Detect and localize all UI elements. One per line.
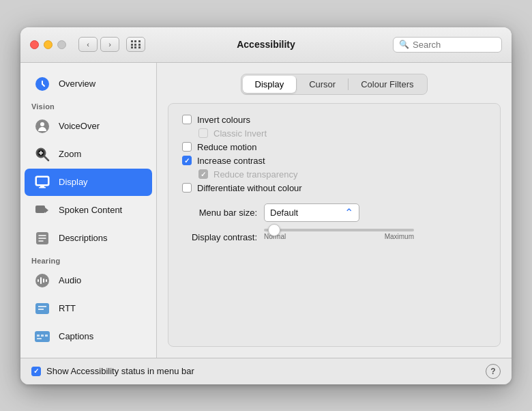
sidebar-section-vision: Vision	[20, 98, 156, 112]
forward-button[interactable]: ›	[100, 37, 119, 52]
checkbox-differentiate[interactable]	[182, 183, 192, 193]
sidebar-item-label-voiceover: VoiceOver	[59, 121, 100, 131]
zoom-icon	[33, 145, 52, 164]
select-arrow-icon: ⌃	[344, 206, 353, 219]
separator-1	[182, 197, 486, 203]
label-classic-invert: Classic Invert	[213, 128, 267, 139]
search-icon: 🔍	[399, 40, 409, 49]
content-area: Display Cursor Colour Filters Invert col…	[157, 63, 512, 358]
sidebar: Overview Vision VoiceOver	[20, 63, 157, 358]
svg-rect-11	[39, 187, 46, 188]
minimize-button[interactable]	[44, 40, 53, 49]
tab-display[interactable]: Display	[243, 76, 297, 93]
slider-max-label: Maximum	[385, 233, 414, 240]
back-arrow-icon: ‹	[87, 40, 89, 48]
slider-thumb[interactable]	[268, 224, 280, 236]
svg-rect-28	[45, 335, 48, 337]
bottom-status-label: Show Accessibility status in menu bar	[46, 366, 194, 376]
forward-arrow-icon: ›	[108, 40, 111, 48]
slider-track[interactable]	[264, 229, 414, 231]
option-row-increase-contrast: ✓ Increase contrast	[182, 156, 486, 166]
svg-rect-21	[46, 279, 47, 282]
rtt-icon	[33, 299, 52, 318]
sidebar-item-captions[interactable]: Captions	[25, 323, 152, 350]
control-row-display-contrast: Display contrast: Normal Maximum	[182, 229, 486, 242]
overview-icon	[33, 74, 52, 94]
svg-rect-19	[43, 279, 44, 283]
voiceover-icon	[33, 117, 52, 136]
sidebar-section-hearing: Hearing	[20, 253, 156, 266]
svg-rect-26	[37, 335, 40, 337]
option-row-differentiate: Differentiate without colour	[182, 183, 486, 193]
audio-icon	[33, 271, 52, 290]
label-reduce-motion: Reduce motion	[197, 142, 256, 152]
checkbox-reduce-motion[interactable]	[182, 142, 192, 152]
sidebar-item-label-rtt: RTT	[59, 303, 76, 313]
checkmark-increase-contrast: ✓	[184, 157, 190, 165]
sidebar-item-label-spoken: Spoken Content	[59, 205, 122, 215]
svg-rect-9	[37, 178, 48, 184]
sidebar-item-spoken-content[interactable]: Spoken Content	[25, 197, 152, 224]
tab-colour-filters[interactable]: Colour Filters	[349, 76, 426, 93]
app-grid-button[interactable]	[126, 37, 145, 52]
sidebar-item-descriptions[interactable]: Descriptions	[25, 225, 152, 252]
label-invert-colours: Invert colours	[197, 115, 250, 125]
back-button[interactable]: ‹	[78, 37, 98, 52]
search-input[interactable]	[413, 40, 494, 50]
sidebar-item-audio[interactable]: Audio	[25, 267, 152, 294]
bottom-bar: ✓ Show Accessibility status in menu bar …	[20, 358, 512, 384]
settings-panel: Invert colours Classic Invert Reduce mot…	[168, 103, 501, 347]
sidebar-item-label-captions: Captions	[59, 331, 93, 341]
checkmark-status-menu-bar: ✓	[33, 367, 39, 375]
window-title: Accessibility	[237, 39, 295, 50]
checkbox-status-menu-bar[interactable]: ✓	[31, 367, 41, 376]
sidebar-item-label-overview: Overview	[59, 79, 95, 89]
control-row-menu-bar-size: Menu bar size: Default ⌃	[182, 203, 486, 222]
sidebar-item-voiceover[interactable]: VoiceOver	[25, 113, 152, 140]
svg-rect-29	[37, 338, 42, 339]
search-box[interactable]: 🔍	[393, 37, 502, 53]
traffic-lights	[30, 40, 66, 49]
option-row-reduce-motion: Reduce motion	[182, 142, 486, 152]
svg-point-2	[40, 122, 44, 126]
tab-cursor[interactable]: Cursor	[297, 76, 348, 93]
label-reduce-transparency: Reduce transparency	[213, 169, 298, 180]
option-row-invert-colours: Invert colours	[182, 115, 486, 125]
titlebar: ‹ › Accessibility 🔍	[20, 27, 512, 63]
label-increase-contrast: Increase contrast	[197, 156, 265, 166]
label-differentiate: Differentiate without colour	[197, 183, 302, 193]
svg-rect-20	[38, 279, 39, 282]
svg-rect-22	[35, 303, 49, 314]
close-button[interactable]	[30, 40, 39, 49]
sidebar-item-display[interactable]: Display	[25, 169, 152, 196]
main-window: ‹ › Accessibility 🔍	[20, 27, 512, 384]
slider-labels: Normal Maximum	[264, 233, 414, 240]
checkbox-invert-colours[interactable]	[182, 115, 192, 124]
svg-rect-18	[40, 277, 42, 284]
help-button[interactable]: ?	[486, 364, 501, 379]
menu-bar-size-label: Menu bar size:	[182, 208, 257, 218]
option-row-reduce-transparency: ✓ Reduce transparency	[198, 169, 486, 180]
checkbox-classic-invert	[198, 128, 208, 138]
sidebar-item-label-descriptions: Descriptions	[59, 233, 108, 243]
menu-bar-size-value: Default	[270, 208, 340, 218]
spoken-content-icon	[33, 201, 52, 220]
grid-icon	[131, 40, 141, 48]
svg-rect-27	[41, 335, 44, 337]
tabs-bar: Display Cursor Colour Filters	[241, 74, 428, 95]
checkmark-reduce-transparency: ✓	[201, 171, 206, 178]
sidebar-item-rtt[interactable]: RTT	[25, 295, 152, 322]
slider-container: Normal Maximum	[264, 229, 414, 240]
menu-bar-size-select[interactable]: Default ⌃	[264, 203, 359, 222]
main-content: Overview Vision VoiceOver	[20, 63, 512, 358]
captions-icon	[33, 327, 52, 346]
display-contrast-label: Display contrast:	[182, 229, 257, 242]
sidebar-item-label-zoom: Zoom	[59, 149, 81, 159]
nav-buttons: ‹ ›	[78, 37, 119, 52]
sidebar-item-zoom[interactable]: Zoom	[25, 141, 152, 168]
sidebar-item-overview[interactable]: Overview	[25, 70, 152, 98]
checkbox-increase-contrast[interactable]: ✓	[182, 156, 192, 165]
sidebar-item-label-display: Display	[59, 177, 88, 187]
maximize-button[interactable]	[57, 40, 66, 49]
checkbox-reduce-transparency: ✓	[198, 169, 208, 179]
